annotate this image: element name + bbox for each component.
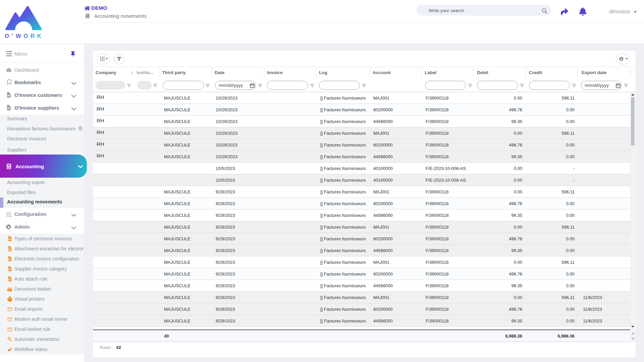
svg-text:O’WORK: O’WORK: [5, 33, 44, 39]
